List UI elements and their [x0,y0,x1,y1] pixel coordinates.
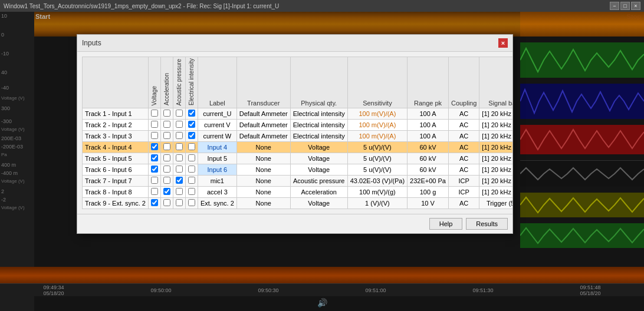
cell-bandwidth: [1] 20 kHz (51.2 kS/s) [479,131,512,142]
checkbox[interactable] [163,188,170,195]
checkbox[interactable] [163,154,170,161]
checkbox[interactable] [151,199,158,206]
cell-sensitivity: 43.02E-03 (V)/(Pa) [347,176,407,187]
cell-checkbox-2[interactable] [173,164,185,176]
inputs-table-container[interactable]: Voltage Acceleration Acoustic pressure E… [77,52,512,214]
checkbox[interactable] [151,177,158,184]
checkbox[interactable] [188,110,195,117]
cell-checkbox-3[interactable] [185,176,198,187]
cell-checkbox-3[interactable] [185,131,198,142]
checkbox[interactable] [151,143,158,150]
checkbox[interactable] [176,143,183,150]
cell-checkbox-2[interactable] [173,131,185,142]
table-row[interactable]: Track 1 - Input 1current_UDefault Ammete… [83,108,513,120]
table-row[interactable]: Track 5 - Input 5Input 5NoneVoltage5 u(V… [83,153,513,164]
checkbox[interactable] [188,166,195,173]
results-button[interactable]: Results [466,218,508,230]
cell-checkbox-2[interactable] [173,176,185,187]
checkbox[interactable] [188,154,195,161]
cell-checkbox-3[interactable] [185,153,198,164]
checkbox[interactable] [176,199,183,206]
dialog-footer: Help Results [77,214,512,233]
checkbox[interactable] [163,177,170,184]
checkbox[interactable] [151,121,158,128]
cell-checkbox-0[interactable] [148,142,160,153]
cell-checkbox-3[interactable] [185,108,198,120]
table-row[interactable]: Track 9 - Ext. sync. 2Ext. sync. 2NoneVo… [83,198,513,209]
cell-checkbox-1[interactable] [160,108,173,120]
cell-checkbox-1[interactable] [160,198,173,209]
checkbox[interactable] [163,132,170,139]
checkbox[interactable] [163,121,170,128]
cell-physical: Voltage [290,153,347,164]
cell-checkbox-0[interactable] [148,187,160,198]
cell-transducer: None [236,164,290,176]
checkbox[interactable] [188,143,195,150]
cell-checkbox-3[interactable] [185,120,198,131]
checkbox[interactable] [176,110,183,117]
cell-checkbox-2[interactable] [173,153,185,164]
cell-track: Track 5 - Input 5 [83,153,149,164]
checkbox[interactable] [176,177,183,184]
cell-checkbox-3[interactable] [185,164,198,176]
checkbox[interactable] [176,121,183,128]
inputs-dialog: Inputs × Voltage Acceleration Acoustic p… [77,34,513,234]
checkbox[interactable] [176,154,183,161]
checkbox[interactable] [163,110,170,117]
cell-sensitivity: 1 (V)/(V) [347,198,407,209]
cell-checkbox-0[interactable] [148,120,160,131]
checkbox[interactable] [163,199,170,206]
cell-checkbox-3[interactable] [185,198,198,209]
cell-track: Track 2 - Input 2 [83,120,149,131]
cell-checkbox-2[interactable] [173,108,185,120]
checkbox[interactable] [151,154,158,161]
cell-checkbox-0[interactable] [148,164,160,176]
table-row[interactable]: Track 8 - Input 8accel 3NoneAcceleration… [83,187,513,198]
cell-checkbox-2[interactable] [173,198,185,209]
checkbox[interactable] [163,166,170,173]
checkbox[interactable] [151,132,158,139]
close-button[interactable]: × [631,2,640,10]
cell-coupling: AC [448,120,479,131]
cell-checkbox-3[interactable] [185,187,198,198]
cell-checkbox-1[interactable] [160,120,173,131]
checkbox[interactable] [188,121,195,128]
cell-checkbox-0[interactable] [148,108,160,120]
cell-coupling: AC [448,153,479,164]
checkbox[interactable] [188,132,195,139]
table-row[interactable]: Track 2 - Input 2current VDefault Ammete… [83,120,513,131]
checkbox[interactable] [151,188,158,195]
checkbox[interactable] [151,110,158,117]
dialog-close-button[interactable]: × [498,38,508,48]
cell-checkbox-2[interactable] [173,142,185,153]
checkbox[interactable] [188,199,195,206]
cell-checkbox-1[interactable] [160,153,173,164]
table-row[interactable]: Track 6 - Input 6Input 6NoneVoltage5 u(V… [83,164,513,176]
cell-checkbox-0[interactable] [148,198,160,209]
cell-checkbox-1[interactable] [160,164,173,176]
cell-checkbox-0[interactable] [148,176,160,187]
cell-checkbox-3[interactable] [185,142,198,153]
checkbox[interactable] [188,188,195,195]
table-row[interactable]: Track 4 - Input 4Input 4NoneVoltage5 u(V… [83,142,513,153]
cell-checkbox-1[interactable] [160,187,173,198]
checkbox[interactable] [176,166,183,173]
cell-checkbox-0[interactable] [148,153,160,164]
cell-checkbox-2[interactable] [173,120,185,131]
cell-checkbox-1[interactable] [160,131,173,142]
checkbox[interactable] [176,132,183,139]
maximize-button[interactable]: □ [620,2,630,10]
table-row[interactable]: Track 7 - Input 7mic1NoneAcoustic pressu… [83,176,513,187]
cell-checkbox-0[interactable] [148,131,160,142]
checkbox[interactable] [176,188,183,195]
checkbox[interactable] [188,177,195,184]
help-button[interactable]: Help [429,218,463,230]
cell-checkbox-1[interactable] [160,176,173,187]
checkbox[interactable] [151,166,158,173]
minimize-button[interactable]: − [610,2,619,10]
checkbox[interactable] [163,143,170,150]
cell-checkbox-1[interactable] [160,142,173,153]
table-row[interactable]: Track 3 - Input 3current WDefault Ammete… [83,131,513,142]
cell-checkbox-2[interactable] [173,187,185,198]
cell-range: 60 kV [408,164,449,176]
